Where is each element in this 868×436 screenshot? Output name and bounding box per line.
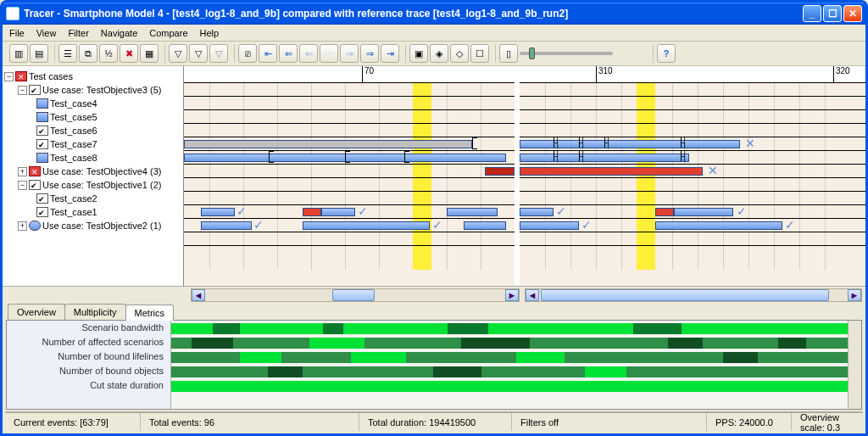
tree-uc2[interactable]: +Use case: TestObjective2 (1) (4, 219, 181, 232)
toolbar: ▥ ▤ ☰ ⧉ ½ ✖ ▦ ▽ ▽ ▽ ⎚ ⇤ ⇐ ⇐ ⋯ ⇒ ⇒ ⇥ ▣ ◈ … (3, 42, 865, 66)
toolbtn-2[interactable]: ▤ (30, 44, 48, 63)
tree-uc3[interactable]: −Use case: TestObjective3 (5) (4, 83, 181, 97)
tab-overview[interactable]: Overview (8, 304, 65, 320)
test-tree[interactable]: −Test cases −Use case: TestObjective3 (5… (3, 66, 184, 286)
metrics-labels: Scenario bandwidth Number of affected sc… (7, 321, 171, 409)
tab-metrics[interactable]: Metrics (125, 305, 174, 321)
toolbtn-1[interactable]: ▥ (9, 44, 28, 63)
tree-tc6[interactable]: Test_case6 (4, 124, 181, 137)
metric-affected: Number of affected scenarios (7, 335, 170, 349)
statusbar: Current events: [63:79] Total events: 96… (5, 412, 863, 431)
ruler-left: 70 (184, 66, 515, 83)
status-duration: Total duration: 194419500 (359, 413, 512, 431)
help-icon[interactable]: ? (657, 44, 676, 63)
row-tc1: ✓ ✓ (184, 219, 515, 232)
row-tc6 (184, 137, 515, 151)
ruler-tick-70: 70 (362, 66, 374, 83)
scrollbar-right[interactable]: ◄ ► (525, 288, 862, 302)
main-area: −Test cases −Use case: TestObjective3 (5… (3, 66, 865, 287)
tree-uc1[interactable]: −Use case: TestObjective1 (2) (4, 178, 181, 192)
tree-tc4[interactable]: Test_case4 (4, 97, 181, 110)
status-filters: Filters off (512, 413, 707, 431)
filter-add-icon[interactable]: ▽ (189, 44, 208, 63)
menu-compare[interactable]: Compare (149, 28, 187, 38)
row2-tc2: ✓ ✓ (520, 205, 865, 219)
row-uc4 (184, 178, 515, 192)
arrow-first-icon[interactable]: ⇤ (259, 44, 277, 63)
metrics-panel: Scenario bandwidth Number of affected sc… (6, 320, 862, 410)
arrow-last-icon[interactable]: ⇥ (381, 44, 399, 63)
toolbtn-4[interactable]: ⧉ (79, 44, 97, 63)
toolbtn-g1[interactable]: ▣ (409, 44, 428, 63)
menu-view[interactable]: View (36, 28, 57, 38)
tree-tc1[interactable]: Test_case1 (4, 205, 181, 219)
ruler-tick-310: 310 (596, 66, 613, 83)
tree-tc2[interactable]: Test_case2 (4, 192, 181, 205)
toolbtn-g3[interactable]: ◇ (450, 44, 469, 63)
timeline-left-pane[interactable]: 70 (184, 66, 515, 286)
menubar: File View Filter Navigate Compare Help (3, 25, 865, 42)
toolbtn-3[interactable]: ☰ (58, 44, 77, 63)
tree-tc7[interactable]: Test_case7 (4, 137, 181, 151)
tree-uc4[interactable]: +Use case: TestObjective4 (3) (4, 165, 181, 178)
metrics-heatmap[interactable] (171, 321, 861, 409)
maximize-button[interactable]: ☐ (823, 5, 842, 22)
filter-icon[interactable]: ▽ (169, 44, 187, 63)
tab-multiplicity[interactable]: Multiplicity (64, 304, 126, 320)
toolbtn-nav1[interactable]: ⎚ (238, 44, 257, 63)
menu-file[interactable]: File (9, 28, 25, 38)
row2-tc7: ┤┤┤ (520, 151, 865, 165)
menu-navigate[interactable]: Navigate (101, 28, 137, 38)
tree-tc5[interactable]: Test_case5 (4, 110, 181, 124)
arrow-prev-icon[interactable]: ⇐ (279, 44, 298, 63)
metric-cut: Cut state duration (7, 378, 170, 393)
app-icon (6, 7, 19, 20)
timeline-right-pane[interactable]: 310 320 ✕ ┤┤┤┤ ┤┤┤ (520, 66, 865, 286)
row-tc8 (184, 165, 515, 178)
row-root (184, 83, 515, 97)
tree-tc8[interactable]: Test_case8 (4, 151, 181, 165)
bottom-tabs: Overview Multiplicity Metrics (3, 302, 865, 320)
arrow-dots-icon[interactable]: ⋯ (320, 44, 338, 63)
row-tc7 (184, 151, 515, 165)
row-uc3 (184, 97, 515, 110)
toolbtn-g2[interactable]: ◈ (430, 44, 448, 63)
metric-bandwidth: Scenario bandwidth (7, 321, 170, 335)
toolbtn-6[interactable]: ✖ (120, 44, 138, 63)
timeline-container: 70 (184, 66, 865, 286)
row-tc5 (184, 124, 515, 137)
ruler-tick-320: 320 (833, 66, 850, 83)
row-tc4 (184, 110, 515, 124)
row2-tc6: ✕ ┤┤┤┤ (520, 137, 865, 151)
tree-root[interactable]: −Test cases (4, 70, 181, 83)
row-tc2: ✓ ✓ (184, 205, 515, 219)
metric-objects: Number of bound objects (7, 364, 170, 378)
toolbtn-g4[interactable]: ☐ (470, 44, 489, 63)
zoom-slider[interactable] (520, 44, 613, 63)
row-uc2 (184, 232, 515, 246)
minimize-button[interactable]: _ (803, 5, 821, 22)
arrow-prev2-icon[interactable]: ⇐ (299, 44, 318, 63)
filter-clear-icon[interactable]: ▽ (209, 44, 228, 63)
close-button[interactable]: ✕ (843, 5, 862, 22)
status-pps: PPS: 24000.0 (707, 413, 792, 431)
toolbtn-5[interactable]: ½ (99, 44, 118, 63)
scrollbar-left[interactable]: ◄ ► (191, 288, 520, 302)
status-current: Current events: [63:79] (5, 413, 141, 431)
menu-filter[interactable]: Filter (68, 28, 88, 38)
titlebar: Tracer - Smartphone Model 4 - [test4_log… (3, 3, 865, 25)
row-uc1 (184, 192, 515, 205)
status-total: Total events: 96 (141, 413, 359, 431)
arrow-next2-icon[interactable]: ⇒ (340, 44, 359, 63)
metrics-vscroll[interactable] (848, 321, 861, 409)
status-scale: Overview scale: 0.3 (792, 413, 863, 431)
arrow-next-icon[interactable]: ⇒ (360, 44, 379, 63)
row2-tc8: ✕ (520, 165, 865, 178)
metric-lifelines: Number of bound lifelines (7, 349, 170, 364)
ruler-right: 310 320 (520, 66, 865, 83)
window-title: Tracer - Smartphone Model 4 - [test4_log… (24, 8, 803, 20)
toolbtn-7[interactable]: ▦ (140, 44, 159, 63)
menu-help[interactable]: Help (200, 28, 220, 38)
toolbtn-h1[interactable]: ▯ (499, 44, 518, 63)
row2-tc1: ✓ ✓ (520, 219, 865, 232)
